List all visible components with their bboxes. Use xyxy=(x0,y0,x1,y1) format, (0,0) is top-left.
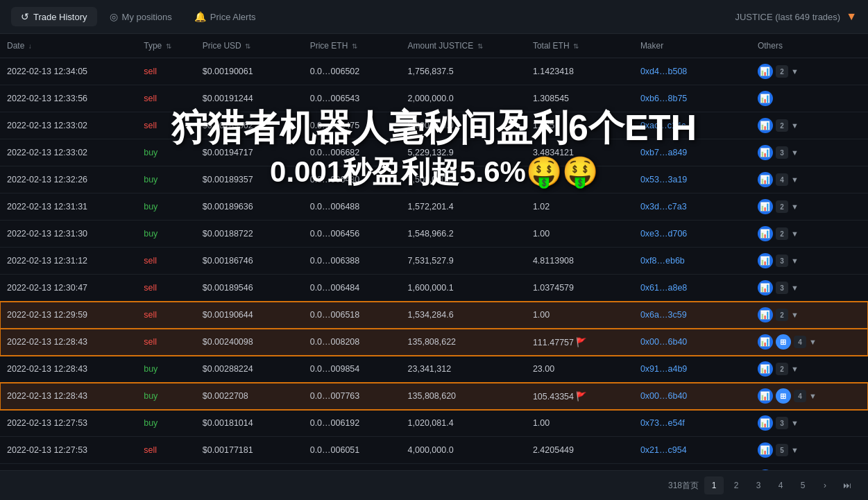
maker-address-link[interactable]: 0x91…a4b9 xyxy=(640,364,687,374)
maker-address-link[interactable]: 0xb7…a849 xyxy=(640,148,687,157)
chart-icon[interactable]: 📊 xyxy=(758,199,773,214)
maker-address-link[interactable]: 0xf8…eb6b xyxy=(640,256,685,266)
cell-date: 2022-02-13 12:29:59 xyxy=(0,302,137,329)
cell-date: 2022-02-13 12:28:43 xyxy=(0,383,137,410)
filter-icon[interactable]: ▼ xyxy=(791,419,799,427)
justice-info: JUSTICE (last 649 trades) xyxy=(735,12,840,22)
col-total-header[interactable]: Total ETH ⇅ xyxy=(526,34,633,58)
cell-maker[interactable]: 0x61…a8e8 xyxy=(633,275,751,302)
col-type-header[interactable]: Type ⇅ xyxy=(137,34,196,58)
filter-icon[interactable]: ▼ xyxy=(791,230,799,238)
cell-total: 3.4834121 xyxy=(526,139,633,166)
cell-maker[interactable]: 0xd4…b508 xyxy=(633,58,751,85)
filter-icon[interactable]: ▼ xyxy=(791,311,799,319)
cell-maker[interactable]: 0x21…c954 xyxy=(633,437,751,464)
chart-icon[interactable]: 📊 xyxy=(758,334,773,350)
grid-icon[interactable]: ⊞ xyxy=(776,334,791,350)
maker-address-link[interactable]: 0x00…6b40 xyxy=(640,391,687,401)
maker-address-link[interactable]: 0x6a…3c59 xyxy=(640,310,687,320)
filter-icon[interactable]: ▼ xyxy=(846,10,857,23)
col-price-eth-header[interactable]: Price ETH ⇅ xyxy=(303,34,401,58)
maker-address-link[interactable]: 0xe3…d706 xyxy=(640,229,687,239)
page-3-btn[interactable]: 3 xyxy=(749,476,768,494)
cell-maker[interactable]: 0xf8…eb6b xyxy=(633,248,751,275)
col-price-usd-header[interactable]: Price USD ⇅ xyxy=(196,34,303,58)
maker-address-link[interactable]: 0xb6…8b75 xyxy=(640,94,687,103)
filter-icon[interactable]: ▼ xyxy=(791,148,799,157)
my-positions-btn[interactable]: ◎ My positions xyxy=(100,7,182,26)
my-positions-label: My positions xyxy=(122,12,172,22)
page-5-btn[interactable]: 5 xyxy=(793,476,812,494)
chart-icon[interactable]: 📊 xyxy=(758,226,773,241)
cell-date: 2022-02-13 12:27:53 xyxy=(0,410,137,437)
price-alerts-btn[interactable]: 🔔 Price Alerts xyxy=(185,7,266,26)
maker-address-link[interactable]: 0xd4…b508 xyxy=(640,67,687,76)
filter-icon[interactable]: ▼ xyxy=(791,121,799,130)
page-first-btn[interactable]: 318首页 xyxy=(665,476,701,494)
chart-icon[interactable]: 📊 xyxy=(758,280,773,295)
col-date-header[interactable]: Date ↓ xyxy=(0,34,137,58)
cell-date: 2022-02-13 12:28:43 xyxy=(0,329,137,356)
filter-icon[interactable]: ▼ xyxy=(791,175,799,184)
maker-address-link[interactable]: 0x3d…c7a3 xyxy=(640,202,687,212)
cell-maker[interactable]: 0x73…e54f xyxy=(633,410,751,437)
maker-address-link[interactable]: 0xac…c14c xyxy=(640,121,686,130)
cell-price-usd: $0.00191244 xyxy=(196,85,303,112)
cell-maker[interactable]: 0xb7…a849 xyxy=(633,139,751,166)
cell-maker[interactable]: 0xb6…8b75 xyxy=(633,85,751,112)
cell-maker[interactable]: 0x00…6b40 xyxy=(633,329,751,356)
maker-address-link[interactable]: 0x53…3a19 xyxy=(640,175,687,184)
chart-icon[interactable]: 📊 xyxy=(758,64,773,79)
chart-icon[interactable]: 📊 xyxy=(758,361,773,377)
page-last-btn[interactable]: ⏭ xyxy=(837,476,857,494)
cell-price-eth: 0.0…009854 xyxy=(303,356,401,383)
table-row: 2022-02-13 12:33:02buy$0.001947170.0…006… xyxy=(0,139,868,166)
page-2-btn[interactable]: 2 xyxy=(726,476,746,494)
cell-type: buy xyxy=(137,166,196,193)
cell-maker[interactable]: 0xe3…d706 xyxy=(633,221,751,248)
cell-amount: 1,572,201.4 xyxy=(401,193,526,221)
cell-maker[interactable]: 0xac…c14c xyxy=(633,112,751,139)
filter-icon[interactable]: ▼ xyxy=(791,67,799,76)
filter-icon[interactable]: ▼ xyxy=(791,446,799,454)
maker-address-link[interactable]: 0x00…6b40 xyxy=(640,337,687,347)
cell-amount: 1,548,966.2 xyxy=(401,221,526,248)
cell-type: buy xyxy=(137,410,196,437)
filter-icon[interactable]: ▼ xyxy=(809,338,817,346)
count-badge: 2 xyxy=(776,119,788,132)
maker-address-link[interactable]: 0x73…e54f xyxy=(640,418,685,428)
cell-maker[interactable]: 0x6a…3c59 xyxy=(633,302,751,329)
cell-price-usd: $0.00189636 xyxy=(196,193,303,221)
chart-icon[interactable]: 📊 xyxy=(758,388,773,404)
page-next-btn[interactable]: › xyxy=(815,476,835,494)
cell-maker[interactable]: 0x91…a4b9 xyxy=(633,356,751,383)
cell-price-eth: 0.0…006488 xyxy=(303,193,401,221)
maker-address-link[interactable]: 0x61…a8e8 xyxy=(640,283,687,293)
filter-icon[interactable]: ▼ xyxy=(791,257,799,265)
cell-others: 📊2▼ xyxy=(751,112,868,139)
chart-icon[interactable]: 📊 xyxy=(758,172,773,187)
chart-icon[interactable]: 📊 xyxy=(758,145,773,160)
filter-icon[interactable]: ▼ xyxy=(791,284,799,292)
cell-price-eth: 0.0…006051 xyxy=(303,437,401,464)
page-1-btn[interactable]: 1 xyxy=(704,476,724,494)
filter-icon[interactable]: ▼ xyxy=(809,392,817,400)
chart-icon[interactable]: 📊 xyxy=(758,253,773,268)
grid-icon[interactable]: ⊞ xyxy=(776,388,791,404)
cell-maker[interactable]: 0x00…6b40 xyxy=(633,383,751,410)
maker-address-link[interactable]: 0x21…c954 xyxy=(640,445,687,455)
chart-icon[interactable]: 📊 xyxy=(758,91,773,106)
page-4-btn[interactable]: 4 xyxy=(771,476,790,494)
chart-icon[interactable]: 📊 xyxy=(758,118,773,133)
chart-icon[interactable]: 📊 xyxy=(758,442,773,458)
filter-icon[interactable]: ▼ xyxy=(791,202,799,211)
col-amount-header[interactable]: Amount JUSTICE ⇅ xyxy=(401,34,526,58)
cell-maker[interactable]: 0x3d…c7a3 xyxy=(633,193,751,221)
trade-history-btn[interactable]: ↺ Trade History xyxy=(11,7,97,26)
chart-icon[interactable]: 📊 xyxy=(758,415,773,431)
cell-amount: 7,500,000.0 xyxy=(401,166,526,193)
chart-icon[interactable]: 📊 xyxy=(758,307,773,322)
cell-maker[interactable]: 0x53…3a19 xyxy=(633,166,751,193)
cell-amount: 1,756,837.5 xyxy=(401,58,526,85)
filter-icon[interactable]: ▼ xyxy=(791,365,799,373)
